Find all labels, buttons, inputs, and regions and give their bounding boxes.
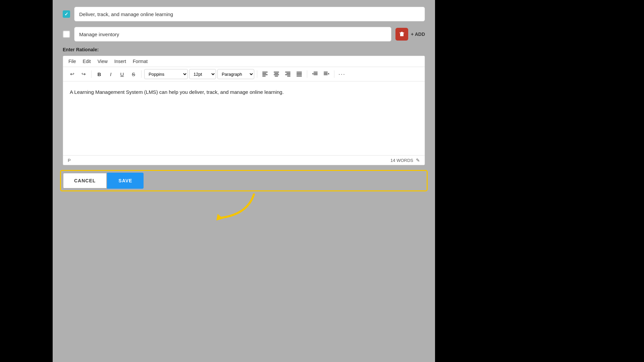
word-count-area: 14 WORDS ✎ bbox=[390, 158, 420, 163]
svg-rect-3 bbox=[262, 72, 268, 72]
justify-button[interactable] bbox=[294, 69, 304, 79]
editor-footer: P 14 WORDS ✎ bbox=[63, 155, 425, 165]
svg-rect-10 bbox=[275, 76, 278, 76]
svg-rect-0 bbox=[400, 33, 404, 36]
toolbar-divider-1 bbox=[91, 70, 92, 78]
undo-button[interactable]: ↩ bbox=[67, 69, 77, 79]
svg-rect-16 bbox=[297, 73, 302, 74]
svg-rect-12 bbox=[286, 73, 290, 74]
svg-marker-27 bbox=[216, 214, 223, 221]
svg-rect-9 bbox=[274, 74, 279, 75]
editor-content-area[interactable]: A Learning Management System (LMS) can h… bbox=[63, 81, 425, 155]
paragraph-tag: P bbox=[68, 158, 71, 163]
toolbar-divider-4 bbox=[307, 70, 307, 78]
toolbar-divider-5 bbox=[334, 70, 334, 78]
paragraph-style-select[interactable]: Paragraph Heading 1 Heading 2 bbox=[217, 69, 254, 79]
align-center-button[interactable] bbox=[271, 69, 281, 79]
svg-rect-1 bbox=[399, 33, 404, 33]
word-count: 14 WORDS bbox=[390, 158, 413, 163]
svg-rect-4 bbox=[262, 73, 266, 74]
item-row-2: + ADD bbox=[63, 27, 425, 42]
svg-rect-24 bbox=[324, 73, 328, 74]
svg-rect-15 bbox=[297, 72, 302, 72]
item-input-1[interactable] bbox=[74, 7, 425, 21]
svg-rect-18 bbox=[297, 76, 302, 76]
redo-button[interactable]: ↪ bbox=[78, 69, 89, 79]
toolbar-divider-3 bbox=[257, 70, 257, 78]
svg-rect-7 bbox=[274, 72, 279, 72]
svg-rect-23 bbox=[324, 72, 328, 72]
align-right-button[interactable] bbox=[283, 69, 293, 79]
menu-edit[interactable]: Edit bbox=[83, 59, 91, 64]
checkbox-1[interactable] bbox=[63, 10, 70, 18]
editor-container: File Edit View Insert Format ↩ ↪ B I U S… bbox=[63, 56, 425, 165]
svg-rect-11 bbox=[285, 72, 290, 72]
trash-icon bbox=[399, 32, 405, 37]
svg-rect-20 bbox=[314, 73, 318, 74]
indent-increase-button[interactable] bbox=[321, 69, 331, 79]
svg-rect-2 bbox=[401, 32, 403, 33]
italic-button[interactable]: I bbox=[106, 69, 116, 79]
rationale-label: Enter Rationale: bbox=[63, 47, 425, 52]
underline-button[interactable]: U bbox=[117, 69, 127, 79]
black-panel-left bbox=[0, 0, 53, 362]
strikethrough-button[interactable]: S bbox=[128, 69, 139, 79]
item-input-2[interactable] bbox=[74, 27, 391, 42]
align-left-button[interactable] bbox=[260, 69, 270, 79]
save-button[interactable]: SAVE bbox=[107, 173, 144, 189]
editor-menubar: File Edit View Insert Format bbox=[63, 56, 425, 67]
svg-marker-22 bbox=[312, 73, 313, 75]
menu-insert[interactable]: Insert bbox=[114, 59, 126, 64]
svg-rect-21 bbox=[314, 74, 318, 75]
svg-rect-13 bbox=[285, 74, 290, 75]
editor-toolbar: ↩ ↪ B I U S Poppins Arial Times New Roma… bbox=[63, 67, 425, 81]
checkbox-2[interactable] bbox=[63, 31, 70, 38]
action-buttons-container: CANCEL SAVE bbox=[63, 173, 425, 189]
add-button[interactable]: + ADD bbox=[411, 32, 425, 37]
svg-marker-26 bbox=[328, 73, 329, 75]
svg-rect-14 bbox=[287, 76, 290, 76]
arrow-annotation bbox=[194, 191, 261, 231]
bold-button[interactable]: B bbox=[94, 69, 104, 79]
edit-icon[interactable]: ✎ bbox=[416, 158, 420, 163]
indent-decrease-button[interactable] bbox=[310, 69, 320, 79]
toolbar-divider-2 bbox=[141, 70, 142, 78]
add-button-group: + ADD bbox=[395, 28, 425, 41]
font-size-select[interactable]: 12pt 10pt 14pt 16pt bbox=[189, 69, 216, 79]
main-panel: + ADD Enter Rationale: File Edit View In… bbox=[53, 0, 435, 362]
item-row-1 bbox=[63, 7, 425, 21]
svg-rect-5 bbox=[262, 74, 268, 75]
svg-rect-17 bbox=[297, 74, 302, 75]
svg-rect-19 bbox=[314, 72, 318, 72]
cancel-button[interactable]: CANCEL bbox=[63, 173, 107, 189]
svg-rect-25 bbox=[324, 74, 328, 75]
black-panel-right bbox=[435, 0, 644, 362]
menu-file[interactable]: File bbox=[68, 59, 76, 64]
more-options-button[interactable]: ··· bbox=[337, 71, 347, 78]
svg-rect-8 bbox=[274, 73, 278, 74]
menu-view[interactable]: View bbox=[98, 59, 108, 64]
delete-icon-button[interactable] bbox=[395, 28, 408, 41]
menu-format[interactable]: Format bbox=[133, 59, 148, 64]
font-select[interactable]: Poppins Arial Times New Roman bbox=[144, 69, 188, 79]
svg-rect-6 bbox=[262, 76, 266, 76]
